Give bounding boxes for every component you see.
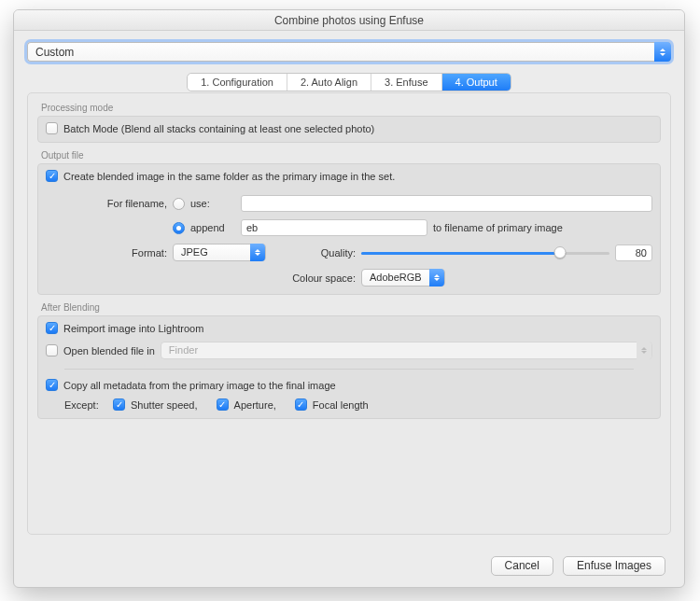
processing-mode-label: Processing mode <box>37 101 661 116</box>
filename-append-input[interactable]: eb <box>241 219 427 236</box>
colour-space-select[interactable]: AdobeRGB <box>361 269 445 287</box>
cancel-button[interactable]: Cancel <box>491 556 553 576</box>
group-processing-mode: Processing mode Batch Mode (Blend all st… <box>37 101 661 143</box>
reimport-checkbox[interactable] <box>46 322 58 334</box>
output-file-label: Output file <box>37 148 661 163</box>
except-shutter-label: Shutter speed, <box>131 399 198 411</box>
tab-configuration[interactable]: 1. Configuration <box>188 74 287 91</box>
copy-metadata-checkbox[interactable] <box>46 379 58 391</box>
except-aperture-checkbox[interactable] <box>217 398 229 411</box>
tab-bar: 1. Configuration 2. Auto Align 3. Enfuse… <box>27 73 671 91</box>
group-after-blending: After Blending Reimport image into Light… <box>37 300 661 419</box>
batch-mode-checkbox[interactable] <box>46 122 58 134</box>
tab-enfuse[interactable]: 3. Enfuse <box>371 74 441 91</box>
dropdown-arrows-icon <box>429 269 444 287</box>
open-blended-app-select[interactable]: Finder <box>161 342 652 359</box>
open-blended-checkbox[interactable] <box>46 344 58 356</box>
after-blending-label: After Blending <box>37 300 661 315</box>
format-label: Format: <box>46 247 167 259</box>
filename-use-radio[interactable] <box>173 198 185 210</box>
filename-use-label: use: <box>190 198 235 209</box>
colour-space-value: AdobeRGB <box>370 270 422 286</box>
except-aperture-label: Aperture, <box>234 399 276 411</box>
except-label: Except: <box>64 399 107 411</box>
format-value: JPEG <box>181 245 208 260</box>
batch-mode-label: Batch Mode (Blend all stacks containing … <box>63 123 374 134</box>
open-blended-label: Open blended file in <box>63 345 155 356</box>
colour-space-label: Colour space: <box>46 273 356 284</box>
window-title: Combine photos using Enfuse <box>14 10 684 31</box>
open-blended-app-value: Finder <box>169 342 198 358</box>
dropdown-arrows-icon <box>654 42 671 62</box>
preset-value: Custom <box>35 46 74 59</box>
dropdown-arrows-icon <box>637 342 651 359</box>
format-select[interactable]: JPEG <box>173 244 266 261</box>
dialog-footer: Cancel Enfuse Images <box>14 556 684 576</box>
filename-append-suffix-label: to filename of primary image <box>433 222 563 233</box>
filename-use-input[interactable] <box>241 195 652 212</box>
divider <box>64 369 634 370</box>
except-focal-label: Focal length <box>313 399 369 411</box>
tab-auto-align[interactable]: 2. Auto Align <box>287 74 371 91</box>
quality-label: Quality: <box>272 247 356 259</box>
reimport-label: Reimport image into Lightroom <box>63 323 203 334</box>
output-panel: Processing mode Batch Mode (Blend all st… <box>27 92 671 535</box>
except-shutter-checkbox[interactable] <box>113 398 125 411</box>
copy-metadata-label: Copy all metadata from the primary image… <box>63 380 336 391</box>
filename-append-radio[interactable] <box>173 222 185 234</box>
filename-append-label: append <box>190 222 235 233</box>
content-area: Custom 1. Configuration 2. Auto Align 3.… <box>14 31 684 587</box>
group-output-file: Output file Create blended image in the … <box>37 148 661 295</box>
enfuse-images-button[interactable]: Enfuse Images <box>563 556 665 576</box>
preset-select[interactable]: Custom <box>27 42 671 62</box>
dropdown-arrows-icon <box>250 244 265 261</box>
create-in-same-folder-label: Create blended image in the same folder … <box>63 171 395 182</box>
for-filename-label: For filename, <box>46 198 167 209</box>
create-in-same-folder-checkbox[interactable] <box>46 170 58 182</box>
except-focal-checkbox[interactable] <box>295 398 307 411</box>
dialog-window: Combine photos using Enfuse Custom 1. Co… <box>13 9 685 588</box>
quality-slider[interactable] <box>361 245 609 260</box>
tab-output[interactable]: 4. Output <box>442 74 511 91</box>
quality-input[interactable]: 80 <box>615 245 652 261</box>
